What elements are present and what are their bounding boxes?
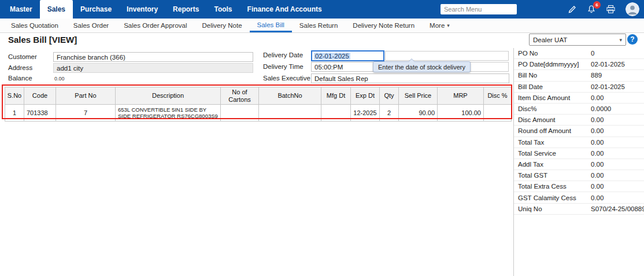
avatar[interactable] [626,2,639,16]
help-icon[interactable]: ? [627,34,638,45]
balance-label: Balance [8,75,32,82]
sales-submenu: Sales Quotation Sales Order Sales Order … [0,19,644,33]
col-header-mrp: MRP [438,87,484,105]
col-header-no-of-cartons: No of Cartons [221,87,259,105]
summary-row-disc-amount: Disc Amount 0.00 [514,115,644,126]
address-label: Address [8,64,32,71]
summary-label: PO Date[ddmmyyyy] [514,61,579,68]
summary-row-po-no: PO No 0 [514,48,644,59]
summary-value: 0.00 [591,172,604,179]
balance-value: 0.00 [54,76,65,82]
address-input[interactable] [53,63,253,73]
chevron-down-icon: ▾ [619,37,622,43]
summary-label: Total Extra Cess [514,183,567,190]
dealer-select-value: Dealer UAT [533,36,567,43]
summary-value: 0.0000 [591,105,611,112]
cell-mfg-dt [321,105,351,122]
summary-row-total-service: Total Service 0.00 [514,148,644,159]
menu-sales[interactable]: Sales [40,0,73,19]
col-header-sell-price: Sell Price [399,87,438,105]
summary-value: 0.00 [591,139,604,146]
cell-code: 701338 [24,105,56,122]
summary-label: Total Service [514,150,556,157]
col-header-exp-dt: Exp Dt [351,87,380,105]
notification-badge: 6 [593,1,601,9]
sales-executive-input[interactable] [311,73,509,83]
chevron-down-icon: ▾ [447,23,450,28]
delivery-date-label: Delivery Date [263,51,303,58]
tab-delivery-note[interactable]: Delivery Note [195,19,250,32]
printer-icon[interactable] [606,5,616,14]
summary-label: Total Tax [514,139,544,146]
summary-value: 02-01-2025 [591,83,625,90]
col-header-description: Description [116,87,221,105]
search-input[interactable] [441,4,517,14]
menu-finance-and-accounts[interactable]: Finance And Accounts [240,0,330,19]
delivery-date-extra-input[interactable] [385,51,509,61]
tab-sales-bill[interactable]: Sales Bill [250,19,292,32]
summary-value: 0 [591,50,594,57]
bill-summary-panel: PO No 0 PO Date[ddmmyyyy] 02-01-2025 Bil… [513,48,644,276]
menu-purchase[interactable]: Purchase [73,0,119,19]
summary-value: 889 [591,72,602,79]
summary-label: GST Calamity Cess [514,194,576,201]
summary-label: Bill No [514,72,537,79]
tab-more[interactable]: More ▾ [422,19,457,32]
summary-row-disc-pct: Disc% 0.0000 [514,104,644,115]
summary-row-round-off-amount: Round off Amount 0.00 [514,126,644,137]
menu-master[interactable]: Master [2,0,40,19]
topnav-icons: 6 [568,2,639,16]
col-header-qty: Qty [380,87,399,105]
tab-more-label: More [430,22,445,29]
tab-sales-order-approval[interactable]: Sales Order Approval [116,19,194,32]
col-header-mfg-dt: Mfg Dt [321,87,351,105]
bell-icon[interactable]: 6 [587,5,596,14]
menu-reports[interactable]: Reports [165,0,206,19]
summary-label: Disc Amount [514,116,556,123]
delivery-date-tooltip: Enter the date of stock delivery [373,61,471,72]
delivery-time-label: Delivery Time [263,63,304,70]
cell-batchno [259,105,321,122]
items-table: S.No Code Part No Description No of Cart… [5,87,512,122]
pen-icon[interactable] [568,5,577,14]
summary-value: 0.00 [591,116,604,123]
summary-value: 0.00 [591,161,604,168]
cell-part-no: 7 [56,105,116,122]
col-header-disc-pct: Disc % [484,87,512,105]
col-header-batchno: BatchNo [259,87,321,105]
summary-row-item-disc-amount: Item Disc Amount 0.00 [514,93,644,104]
delivery-date-value: 02-01-2025 [314,53,350,60]
cell-description: 653L CONVERTIBLE 5IN1 SIDE BY SIDE REFRI… [116,105,221,122]
tab-sales-quotation[interactable]: Sales Quotation [3,19,66,32]
summary-label: Item Disc Amount [514,94,570,101]
tab-sales-order[interactable]: Sales Order [66,19,116,32]
cell-qty: 2 [380,105,399,122]
cell-mrp: 100.00 [438,105,484,122]
summary-label: Addl Tax [514,161,543,168]
table-row: 1 701338 7 653L CONVERTIBLE 5IN1 SIDE BY… [5,105,512,122]
cell-no-of-cartons [221,105,259,122]
summary-value: 0.00 [591,94,604,101]
summary-row-uniq-no: Uniq No S070/24-25/00889 [514,204,644,215]
summary-value: 0.00 [591,183,604,190]
menu-tools[interactable]: Tools [206,0,239,19]
delivery-date-input[interactable]: 02-01-2025 [311,50,384,61]
main-menu: Master Sales Purchase Inventory Reports … [0,0,330,19]
menu-inventory[interactable]: Inventory [119,0,165,19]
col-header-part-no: Part No [56,87,116,105]
summary-row-addl-tax: Addl Tax 0.00 [514,159,644,170]
sales-executive-label: Sales Executive [263,75,310,82]
summary-value: 0.00 [591,194,604,201]
tab-delivery-note-return[interactable]: Delivery Note Return [345,19,422,32]
topnav-right-group: 6 [441,2,644,16]
tab-sales-return[interactable]: Sales Return [292,19,345,32]
summary-label: Uniq No [514,205,542,212]
dealer-select[interactable]: Dealer UAT ▾ [529,34,626,46]
summary-row-total-tax: Total Tax 0.00 [514,137,644,148]
summary-row-total-gst: Total GST 0.00 [514,170,644,181]
customer-input[interactable] [53,52,253,62]
cell-sno: 1 [5,105,24,122]
cell-exp-dt: 12-2025 [351,105,380,122]
summary-value: 02-01-2025 [591,61,625,68]
col-header-sno: S.No [5,87,24,105]
